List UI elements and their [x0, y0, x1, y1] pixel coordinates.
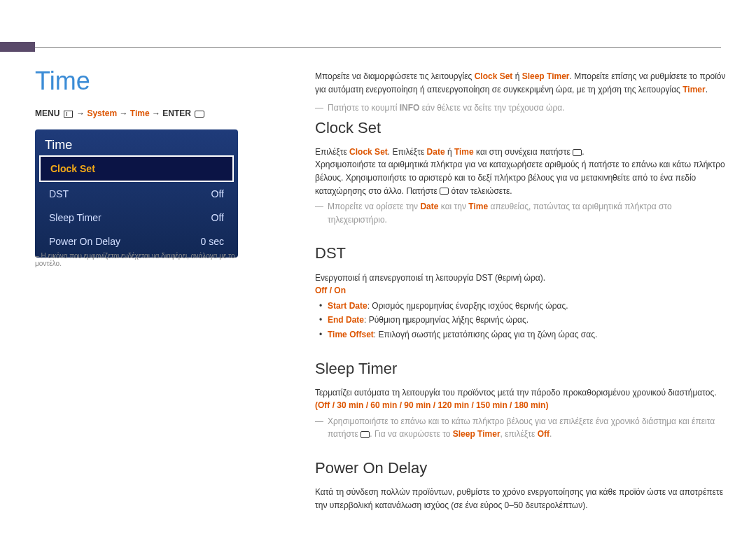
menu-item-dst[interactable]: DST Off [39, 182, 234, 206]
enter-icon [195, 111, 204, 118]
heading-power-on-delay: Power On Delay [315, 456, 728, 480]
list-item: Time Offset: Επιλογή σωστής μετατόπισης … [328, 328, 728, 342]
menu-item-label: Power On Delay [49, 236, 120, 247]
menu-item-value: Off [211, 212, 224, 223]
dst-options: Off / On [315, 284, 728, 297]
settings-menu: Time Clock Set DST Off Sleep Timer Off P… [35, 129, 238, 258]
heading-sleep-timer: Sleep Timer [315, 357, 728, 381]
menu-item-value: 0 sec [201, 236, 224, 247]
enter-icon [573, 149, 582, 156]
page-title: Time [35, 66, 90, 96]
menu-item-label: Clock Set [50, 163, 95, 174]
breadcrumb-system: System [87, 108, 117, 118]
header-rule [35, 47, 721, 48]
breadcrumb-menu: MENU [35, 108, 59, 118]
heading-clock-set: Clock Set [315, 116, 728, 140]
clock-set-p1: Επιλέξτε Clock Set. Επιλέξτε Date ή Time… [315, 146, 728, 159]
dst-list: Start Date: Ορισμός ημερομηνίας έναρξης … [328, 300, 728, 342]
breadcrumb: MENU → System → Time → ENTER [35, 108, 204, 118]
header-accent [0, 42, 35, 52]
breadcrumb-arrow-1: → [76, 108, 85, 118]
clock-set-note: ―Μπορείτε να ορίσετε την Date και την Ti… [328, 200, 728, 226]
menu-item-value: Off [211, 188, 224, 199]
sleep-options: (Off / 30 min / 60 min / 90 min / 120 mi… [315, 399, 728, 412]
breadcrumb-arrow-3: → [152, 108, 160, 118]
dst-body: Ενεργοποιεί ή απενεργοποιεί τη λειτουργί… [315, 272, 728, 285]
breadcrumb-arrow-2: → [119, 108, 127, 118]
intro-note: ―Πατήστε το κουμπί INFO εάν θέλετε να δε… [328, 101, 728, 115]
menu-item-sleep-timer[interactable]: Sleep Timer Off [39, 206, 234, 230]
menu-footnote: –Η εικόνα που εμφανίζεται ενδέχεται να δ… [35, 252, 245, 267]
menu-item-clock-set[interactable]: Clock Set [39, 155, 234, 182]
breadcrumb-time: Time [130, 108, 150, 118]
content: Μπορείτε να διαμορφώσετε τις λειτουργίες… [315, 70, 728, 512]
heading-dst: DST [315, 241, 728, 265]
list-item: End Date: Ρύθμιση ημερομηνίας λήξης θερι… [328, 314, 728, 327]
enter-icon [440, 188, 449, 195]
list-item: Start Date: Ορισμός ημερομηνίας έναρξης … [328, 300, 728, 313]
enter-icon [360, 431, 370, 438]
sleep-body: Τερματίζει αυτόματα τη λειτουργία του πρ… [315, 386, 728, 400]
menu-title: Time [39, 134, 234, 155]
sleep-note: ―Χρησιμοποιήστε το επάνω και το κάτω πλή… [328, 415, 728, 441]
breadcrumb-enter: ENTER [162, 108, 191, 118]
clock-set-p2: Χρησιμοποιήστε τα αριθμητικά πλήκτρα για… [315, 158, 728, 197]
menu-item-label: Sleep Timer [49, 212, 102, 223]
intro-paragraph: Μπορείτε να διαμορφώσετε τις λειτουργίες… [315, 70, 728, 96]
menu-item-power-on-delay[interactable]: Power On Delay 0 sec [39, 230, 234, 253]
power-on-delay-body: Κατά τη σύνδεση πολλών προϊόντων, ρυθμίσ… [315, 486, 728, 512]
menu-icon [64, 111, 73, 118]
menu-item-label: DST [49, 188, 69, 199]
